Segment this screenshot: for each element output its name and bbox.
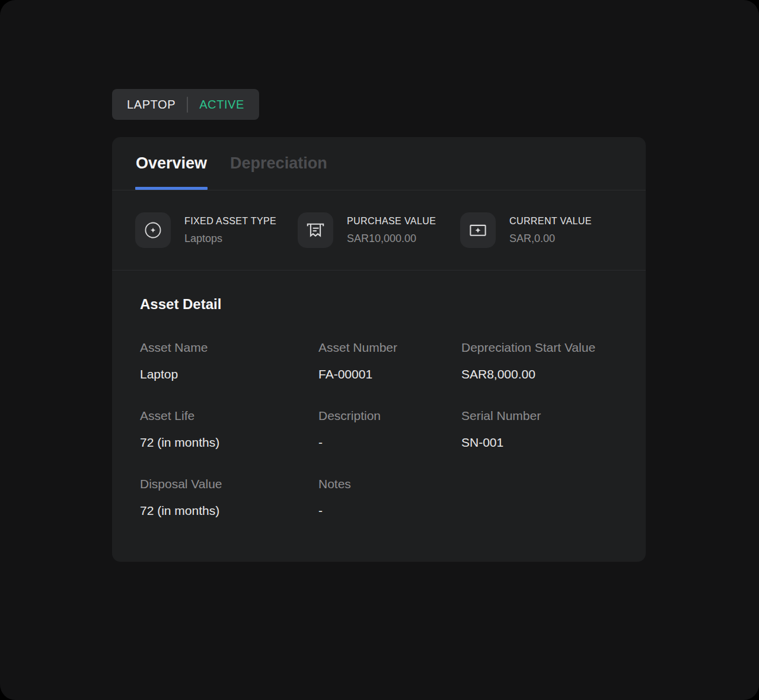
- asset-detail-section: Asset Detail Asset Name Laptop Asset Num…: [112, 271, 646, 519]
- field-label: Asset Name: [140, 339, 318, 356]
- field-value: -: [318, 502, 461, 519]
- stat-label: CURRENT VALUE: [509, 215, 592, 227]
- status-badge: ACTIVE: [199, 98, 244, 112]
- fields-grid: Asset Name Laptop Asset Number FA-00001 …: [140, 339, 618, 519]
- field-value: Laptop: [140, 366, 318, 383]
- stat-value: Laptops: [184, 232, 276, 246]
- field-value: 72 (in months): [140, 502, 318, 519]
- tab-bar: Overview Depreciation: [112, 137, 646, 190]
- tab-overview[interactable]: Overview: [136, 137, 207, 190]
- asset-name-badge: LAPTOP: [127, 98, 176, 112]
- stat-value: SAR10,000.00: [347, 232, 436, 246]
- tab-depreciation[interactable]: Depreciation: [230, 137, 327, 190]
- sparkle-circle-icon: [135, 212, 171, 248]
- field-disposal-value: Disposal Value 72 (in months): [140, 476, 318, 519]
- stat-text: CURRENT VALUE SAR,0.00: [509, 215, 592, 246]
- field-description: Description -: [318, 408, 461, 451]
- field-label: Asset Number: [318, 339, 461, 356]
- tab-overview-label: Overview: [136, 154, 207, 173]
- stat-current-value: CURRENT VALUE SAR,0.00: [460, 212, 623, 248]
- tab-depreciation-label: Depreciation: [230, 154, 327, 173]
- stat-label: FIXED ASSET TYPE: [184, 215, 276, 227]
- stat-fixed-asset-type: FIXED ASSET TYPE Laptops: [135, 212, 298, 248]
- field-asset-life: Asset Life 72 (in months): [140, 408, 318, 451]
- stat-purchase-value: PURCHASE VALUE SAR10,000.00: [298, 212, 460, 248]
- field-notes: Notes -: [318, 476, 461, 519]
- sparkle-card-icon: [460, 212, 496, 248]
- chip-divider: [187, 97, 188, 113]
- field-value: SN-001: [461, 434, 618, 451]
- stat-label: PURCHASE VALUE: [347, 215, 436, 227]
- stat-value: SAR,0.00: [509, 232, 592, 246]
- field-label: Notes: [318, 476, 461, 492]
- asset-detail-card: Overview Depreciation FIXED ASSET TYPE L…: [112, 137, 646, 562]
- field-asset-number: Asset Number FA-00001: [318, 339, 461, 383]
- stat-text: PURCHASE VALUE SAR10,000.00: [347, 215, 436, 246]
- field-value: SAR8,000.00: [461, 366, 618, 383]
- section-heading: Asset Detail: [140, 295, 618, 313]
- receipt-icon: [298, 212, 333, 248]
- field-label: Serial Number: [461, 408, 618, 424]
- active-tab-underline: [135, 187, 208, 190]
- field-asset-name: Asset Name Laptop: [140, 339, 318, 383]
- field-value: 72 (in months): [140, 434, 318, 451]
- field-label: Asset Life: [140, 408, 318, 424]
- asset-status-chip: LAPTOP ACTIVE: [112, 89, 259, 120]
- app-background: LAPTOP ACTIVE Overview Depreciation: [0, 0, 759, 700]
- field-label: Disposal Value: [140, 476, 318, 492]
- field-value: FA-00001: [318, 366, 461, 383]
- field-serial-number: Serial Number SN-001: [461, 408, 618, 451]
- stat-text: FIXED ASSET TYPE Laptops: [184, 215, 276, 246]
- field-depreciation-start-value: Depreciation Start Value SAR8,000.00: [461, 339, 618, 383]
- field-label: Depreciation Start Value: [461, 339, 618, 356]
- field-value: -: [318, 434, 461, 451]
- summary-stats-row: FIXED ASSET TYPE Laptops PURCHASE VALUE …: [112, 190, 646, 271]
- field-label: Description: [318, 408, 461, 424]
